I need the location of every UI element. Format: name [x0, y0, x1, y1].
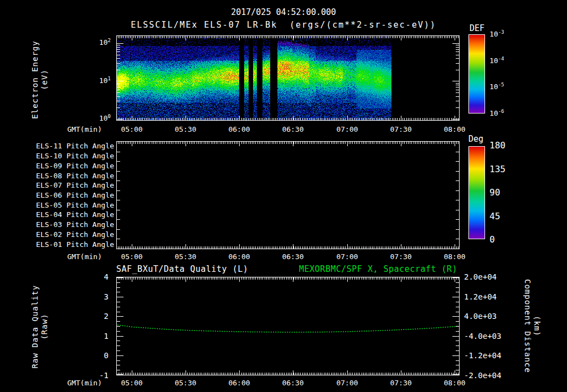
tick-mark — [293, 116, 293, 120]
tick-mark — [239, 277, 240, 282]
time-tick-label: 06:30 — [282, 125, 303, 133]
row-label: ELS-02 Pitch Angle — [36, 230, 114, 239]
tick-mark — [401, 142, 401, 146]
tick-mark — [456, 55, 459, 55]
tick-mark — [456, 152, 459, 152]
tick-mark — [456, 239, 459, 239]
tick-mark — [455, 244, 455, 249]
tick-mark — [452, 81, 459, 81]
tick-mark — [132, 370, 132, 375]
page-timestamp: 2017/025 04:52:00.000 — [0, 7, 567, 17]
time-tick-label: 08:00 — [444, 379, 465, 387]
tick-mark — [456, 83, 459, 84]
def-colorbar-labels: 10-3 10-4 10-5 10-6 — [489, 29, 504, 118]
y-tick-label: 1.2e+04 — [464, 292, 497, 302]
colorbar-tick-label: 180 — [489, 141, 506, 151]
time-tick-label: 05:00 — [121, 252, 142, 261]
tick-mark — [401, 116, 401, 120]
tick-mark — [456, 180, 459, 181]
time-tick-label: 06:30 — [282, 379, 303, 387]
tick-mark — [117, 83, 120, 84]
tick-mark — [117, 297, 123, 297]
tick-mark — [456, 282, 459, 283]
tick-mark — [456, 321, 459, 322]
panel3-right-tick-labels: 2.0e+04 1.2e+04 4.0e+03 -4.0e+03 -1.2e+0… — [464, 272, 508, 380]
tick-mark — [239, 36, 240, 40]
time-tick-label: 06:00 — [228, 125, 250, 133]
time-tick-label: 08:00 — [444, 125, 465, 133]
tick-mark — [117, 355, 123, 356]
tick-mark — [456, 326, 459, 327]
tick-mark — [117, 87, 120, 87]
tick-mark — [456, 51, 459, 52]
row-label: ELS-05 Pitch Angle — [36, 201, 114, 209]
quality-plot — [116, 277, 460, 375]
tick-mark — [117, 171, 120, 172]
tick-mark — [117, 331, 120, 332]
tick-mark — [456, 345, 459, 346]
tick-mark — [185, 142, 186, 146]
tick-mark — [456, 63, 459, 64]
time-tick-label: 07:00 — [336, 252, 358, 261]
tick-mark — [456, 370, 459, 370]
tick-mark — [239, 370, 240, 375]
gmt-axis-label: GMT(min) — [58, 379, 102, 387]
tick-mark — [347, 370, 348, 375]
tick-mark — [117, 321, 120, 322]
tick-mark — [117, 282, 120, 283]
tick-mark — [117, 229, 120, 230]
tick-mark — [456, 87, 459, 87]
tick-mark — [117, 350, 120, 351]
time-tick-label: 05:30 — [174, 252, 196, 261]
panel1-y-tick-labels: 102 101 100 — [72, 38, 111, 123]
tick-mark — [456, 45, 459, 45]
tick-mark — [456, 96, 459, 97]
tick-mark — [456, 92, 459, 93]
tick-mark — [117, 63, 120, 64]
time-tick-label: 06:00 — [228, 252, 250, 261]
tick-mark — [456, 49, 459, 50]
time-tick-label: 06:30 — [282, 252, 303, 261]
tick-mark — [293, 244, 293, 249]
time-tick-label: 06:00 — [228, 379, 250, 387]
tick-mark — [117, 365, 120, 365]
tick-mark — [117, 45, 120, 45]
colorbar-tick-label: 45 — [489, 212, 506, 221]
minute-ticks-bottom — [117, 246, 459, 249]
colorbar-tick-label: 0 — [489, 235, 506, 245]
tick-mark — [117, 92, 120, 93]
deg-colorbar-title: Deg — [468, 134, 483, 144]
def-colorbar-title: DEF — [470, 23, 484, 33]
spectrogram-page: 2017/025 04:52:00.000 ELSSCIL/MEx ELS-07… — [0, 0, 567, 392]
tick-mark — [132, 36, 132, 40]
time-tick-label: 08:00 — [444, 252, 465, 261]
time-tick-label: 07:30 — [390, 252, 411, 261]
tick-mark — [185, 116, 186, 120]
tick-mark — [293, 142, 293, 146]
colorbar-tick-label: 10-5 — [489, 82, 504, 92]
tick-mark — [239, 116, 240, 120]
minute-ticks-top — [117, 277, 459, 280]
tick-mark — [117, 336, 123, 337]
y-tick-label: 101 — [99, 76, 111, 86]
tick-mark — [132, 142, 132, 146]
tick-mark — [117, 70, 120, 70]
tick-mark — [452, 336, 459, 337]
tick-mark — [117, 341, 120, 341]
tick-mark — [401, 370, 401, 375]
tick-mark — [117, 161, 120, 162]
tick-mark — [456, 287, 459, 288]
tick-mark — [117, 210, 120, 210]
tick-mark — [293, 277, 293, 282]
tick-mark — [456, 307, 459, 307]
tick-mark — [456, 341, 459, 341]
colorbar-tick-label: 10-3 — [489, 29, 504, 39]
tick-mark — [455, 142, 455, 146]
tick-mark — [456, 90, 459, 90]
tick-mark — [117, 58, 120, 59]
tick-mark — [452, 43, 459, 44]
time-tick-label: 05:30 — [174, 125, 196, 133]
row-label: ELS-03 Pitch Angle — [36, 220, 114, 229]
tick-mark — [293, 370, 293, 375]
panel3-left-tick-labels: 4 3 2 1 0 -1 — [72, 272, 109, 380]
